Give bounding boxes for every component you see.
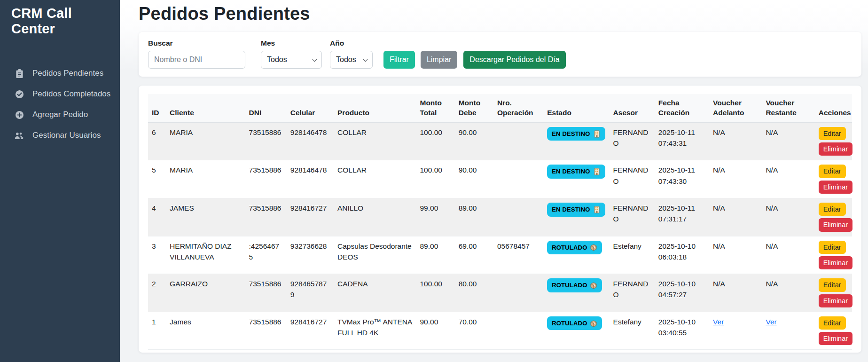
cell-dni: 73515886	[245, 122, 287, 160]
column-header: Nro. Operación	[493, 94, 543, 122]
cell-fecha_creacion: 2025-10-11 07:31:17	[655, 198, 709, 236]
editar-button[interactable]: Editar	[819, 127, 846, 140]
column-header: Estado	[543, 94, 609, 122]
cell-voucher_restante: N/A	[762, 236, 814, 274]
cell-id: 2	[148, 274, 166, 312]
eliminar-button[interactable]: Eliminar	[819, 218, 852, 231]
cell-nro_operacion	[493, 160, 543, 198]
cell-voucher_adelanto: N/A	[709, 236, 762, 274]
search-input[interactable]	[148, 51, 245, 69]
cell-monto_debe: 90.00	[455, 122, 493, 160]
eliminar-button[interactable]: Eliminar	[819, 294, 852, 307]
table-row: 6MARIA73515886928146478COLLAR100.0090.00…	[148, 122, 852, 160]
cell-acciones: EditarEliminar	[815, 122, 852, 160]
cell-cliente: MARIA	[166, 160, 245, 198]
column-header: Cliente	[166, 94, 245, 122]
cell-acciones: EditarEliminar	[815, 160, 852, 198]
cell-monto_total: 100.00	[416, 274, 454, 312]
mes-select-value: Todos	[267, 55, 287, 64]
cell-monto_debe: 70.00	[455, 312, 493, 350]
cell-monto_debe: 90.00	[455, 160, 493, 198]
sidebar-item-label: Pedidos Completados	[32, 89, 110, 99]
column-header: Monto Debe	[455, 94, 493, 122]
estado-badge: ROTULADO	[547, 241, 602, 255]
package-icon	[590, 244, 597, 251]
cell-celular: 932736628	[287, 236, 334, 274]
sidebar-item-pedidos-pendientes[interactable]: Pedidos Pendientes	[0, 63, 120, 84]
cell-dni: 73515886	[245, 198, 287, 236]
cell-id: 5	[148, 160, 166, 198]
sidebar-item-label: Agregar Pedido	[32, 110, 88, 119]
cell-estado: ROTULADO	[543, 236, 609, 274]
editar-button[interactable]: Editar	[819, 241, 846, 254]
estado-badge: EN DESTINO	[547, 203, 605, 217]
sidebar: CRM Call Center Pedidos PendientesPedido…	[0, 0, 120, 362]
sidebar-item-gestionar-usuarios[interactable]: Gestionar Usuarios	[0, 125, 120, 146]
cell-estado: EN DESTINO	[543, 198, 609, 236]
cell-producto: CADENA	[334, 274, 416, 312]
cell-voucher_restante: N/A	[762, 274, 814, 312]
cell-asesor: FERNANDO	[610, 274, 655, 312]
eliminar-button[interactable]: Eliminar	[819, 181, 852, 194]
buscar-label: Buscar	[148, 39, 245, 47]
cell-dni: 73515886	[245, 312, 287, 350]
cell-dni: :42564675	[245, 236, 287, 274]
estado-badge: ROTULADO	[547, 316, 602, 331]
orders-table-card: IDClienteDNICelularProductoMonto TotalMo…	[139, 86, 861, 353]
eliminar-button[interactable]: Eliminar	[819, 256, 852, 269]
sidebar-item-label: Gestionar Usuarios	[32, 131, 101, 140]
cell-voucher_restante: N/A	[762, 122, 814, 160]
cell-cliente: James	[166, 312, 245, 350]
chevron-down-icon	[363, 56, 368, 62]
cell-estado: ROTULADO	[543, 274, 609, 312]
voucher-restante-link[interactable]: Ver	[766, 318, 776, 326]
ano-select[interactable]: Todos	[330, 51, 373, 69]
cell-monto_total: 99.00	[416, 198, 454, 236]
clipboard-icon	[15, 69, 24, 78]
cell-monto_debe: 69.00	[455, 236, 493, 274]
cell-acciones: EditarEliminar	[815, 198, 852, 236]
descargar-pedidos-button[interactable]: Descargar Pedidos del Día	[463, 51, 565, 69]
column-header: Voucher Adelanto	[709, 94, 762, 122]
limpiar-button[interactable]: Limpiar	[421, 51, 457, 69]
editar-button[interactable]: Editar	[819, 316, 846, 330]
cell-dni: 73515886	[245, 274, 287, 312]
mes-select[interactable]: Todos	[261, 51, 322, 69]
cell-id: 4	[148, 198, 166, 236]
cell-celular: 928146478	[287, 160, 334, 198]
mes-group: Mes Todos	[261, 39, 322, 69]
cell-estado: EN DESTINO	[543, 160, 609, 198]
editar-button[interactable]: Editar	[819, 278, 846, 291]
estado-label: EN DESTINO	[552, 167, 590, 176]
column-header: DNI	[245, 94, 287, 122]
cell-producto: COLLAR	[334, 122, 416, 160]
row-actions: EditarEliminar	[819, 203, 848, 232]
cell-fecha_creacion: 2025-10-11 07:43:31	[655, 122, 709, 160]
filtrar-button[interactable]: Filtrar	[383, 51, 415, 69]
cell-producto: Capsulas Desodorante DEOS	[334, 236, 416, 274]
estado-badge: ROTULADO	[547, 278, 602, 292]
cell-celular: 928146478	[287, 122, 334, 160]
cell-asesor: FERNANDO	[610, 122, 655, 160]
row-actions: EditarEliminar	[819, 127, 848, 156]
cell-cliente: JAMES	[166, 198, 245, 236]
cell-voucher_restante: N/A	[762, 160, 814, 198]
cell-monto_total: 100.00	[416, 160, 454, 198]
buscar-group: Buscar	[148, 39, 245, 69]
cell-cliente: MARIA	[166, 122, 245, 160]
eliminar-button[interactable]: Eliminar	[819, 332, 852, 345]
editar-button[interactable]: Editar	[819, 165, 846, 178]
page-title: Pedidos Pendientes	[139, 4, 861, 24]
editar-button[interactable]: Editar	[819, 203, 846, 216]
sidebar-item-agregar-pedido[interactable]: Agregar Pedido	[0, 104, 120, 125]
cell-celular: 9284657879	[287, 274, 334, 312]
ano-label: Año	[330, 39, 373, 47]
main-content: Pedidos Pendientes Buscar Mes Todos Año …	[120, 0, 868, 362]
eliminar-button[interactable]: Eliminar	[819, 142, 852, 156]
cell-monto_debe: 89.00	[455, 198, 493, 236]
package-icon	[590, 282, 597, 289]
cell-acciones: EditarEliminar	[815, 274, 852, 312]
building-icon	[593, 130, 601, 138]
voucher-adelanto-link[interactable]: Ver	[713, 318, 724, 326]
sidebar-item-pedidos-completados[interactable]: Pedidos Completados	[0, 84, 120, 104]
